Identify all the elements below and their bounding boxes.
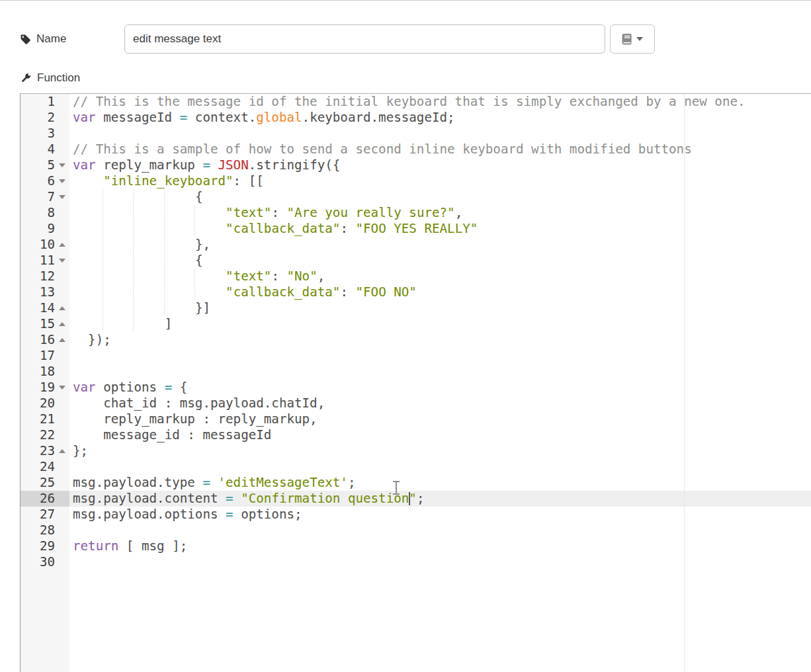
- code-line[interactable]: "callback_data": "FOO YES REALLY": [69, 221, 811, 237]
- fold-arrow-icon[interactable]: [59, 386, 65, 390]
- code-line[interactable]: chat_id : msg.payload.chatId,: [69, 396, 811, 411]
- gutter-cell[interactable]: 2: [21, 110, 69, 126]
- wrench-icon: [20, 72, 32, 84]
- fold-arrow-icon[interactable]: [59, 243, 65, 247]
- fold-arrow-icon[interactable]: [59, 306, 65, 310]
- line-number: 25: [21, 475, 55, 491]
- fold-arrow-icon[interactable]: [59, 338, 65, 342]
- function-label-group: Function: [20, 69, 80, 87]
- gutter-cell[interactable]: 23: [21, 443, 69, 459]
- gutter-cell[interactable]: 25: [21, 475, 69, 491]
- gutter-cell[interactable]: 9: [21, 221, 69, 237]
- gutter-cell[interactable]: 29: [21, 538, 69, 554]
- code-line[interactable]: "text": "No",: [69, 269, 811, 284]
- gutter-cell[interactable]: 21: [21, 411, 69, 427]
- gutter-cell[interactable]: 7: [21, 189, 69, 205]
- fold-widget[interactable]: [55, 386, 69, 390]
- line-number: 3: [21, 126, 55, 142]
- fold-widget[interactable]: [55, 338, 69, 342]
- code-line[interactable]: {: [69, 189, 811, 205]
- code-line[interactable]: return [ msg ];: [69, 538, 811, 554]
- code-line[interactable]: msg.payload.options = options;: [69, 507, 811, 523]
- gutter-cell[interactable]: 27: [21, 507, 69, 523]
- fold-widget[interactable]: [55, 259, 69, 263]
- gutter-cell[interactable]: 10: [21, 237, 69, 253]
- code-line[interactable]: {: [69, 253, 811, 269]
- code-line[interactable]: var messageId = context.global.keyboard.…: [69, 110, 811, 126]
- gutter-cell[interactable]: 13: [21, 284, 69, 300]
- line-number: 13: [21, 284, 55, 300]
- fold-widget[interactable]: [55, 163, 69, 167]
- code-line[interactable]: [69, 348, 811, 364]
- line-number: 20: [21, 396, 55, 411]
- mouse-cursor-ibeam: [393, 481, 400, 495]
- code-line[interactable]: "text": "Are you really sure?",: [69, 205, 811, 221]
- code-line[interactable]: };: [69, 443, 811, 459]
- gutter-cell[interactable]: 22: [21, 427, 69, 443]
- gutter-cell[interactable]: 8: [21, 205, 69, 221]
- fold-widget[interactable]: [55, 179, 69, 183]
- code-line[interactable]: [69, 554, 811, 570]
- code-line[interactable]: reply_markup : reply_markup,: [69, 411, 811, 427]
- name-label-group: Name: [20, 30, 66, 48]
- fold-arrow-icon[interactable]: [59, 322, 65, 326]
- code-line[interactable]: // This is a sample of how to send a sec…: [69, 142, 811, 157]
- fold-arrow-icon[interactable]: [59, 259, 65, 263]
- library-button[interactable]: [610, 24, 655, 54]
- gutter-cell[interactable]: 24: [21, 459, 69, 475]
- editor-text-area[interactable]: // This is the message id of the initial…: [69, 94, 811, 672]
- fold-widget[interactable]: [55, 449, 69, 453]
- fold-arrow-icon[interactable]: [59, 179, 65, 183]
- line-number: 9: [21, 221, 55, 237]
- gutter-cell[interactable]: 28: [21, 523, 69, 538]
- fold-arrow-icon[interactable]: [59, 195, 65, 199]
- gutter-cell[interactable]: 16: [21, 332, 69, 348]
- fold-widget[interactable]: [55, 322, 69, 326]
- fold-widget[interactable]: [55, 195, 69, 199]
- gutter-cell[interactable]: 15: [21, 316, 69, 332]
- editor-gutter[interactable]: 1234567891011121314151617181920212223242…: [21, 94, 69, 672]
- code-line[interactable]: "inline_keyboard": [[: [69, 173, 811, 189]
- code-line[interactable]: [69, 523, 811, 538]
- code-line[interactable]: "callback_data": "FOO NO": [69, 284, 811, 300]
- fold-widget[interactable]: [55, 243, 69, 247]
- gutter-cell[interactable]: 11: [21, 253, 69, 269]
- code-line[interactable]: message_id : messageId: [69, 427, 811, 443]
- gutter-cell[interactable]: 5: [21, 157, 69, 173]
- gutter-cell[interactable]: 20: [21, 396, 69, 411]
- gutter-cell[interactable]: 18: [21, 364, 69, 380]
- line-number: 8: [21, 205, 55, 221]
- line-number: 29: [21, 538, 55, 554]
- gutter-cell[interactable]: 3: [21, 126, 69, 142]
- code-line[interactable]: // This is the message id of the initial…: [69, 94, 811, 110]
- line-number: 4: [21, 142, 55, 157]
- code-line[interactable]: },: [69, 237, 811, 253]
- gutter-cell[interactable]: 14: [21, 300, 69, 316]
- gutter-cell[interactable]: 6: [21, 173, 69, 189]
- gutter-cell[interactable]: 12: [21, 269, 69, 284]
- code-line[interactable]: [69, 126, 811, 142]
- gutter-cell[interactable]: 26: [21, 491, 69, 507]
- gutter-cell[interactable]: 4: [21, 142, 69, 157]
- code-line[interactable]: });: [69, 332, 811, 348]
- line-number: 18: [21, 364, 55, 380]
- code-line[interactable]: }]: [69, 300, 811, 316]
- code-line[interactable]: var reply_markup = JSON.stringify({: [69, 157, 811, 173]
- code-editor[interactable]: 1234567891011121314151617181920212223242…: [20, 93, 811, 672]
- fold-arrow-icon[interactable]: [59, 449, 65, 453]
- code-line[interactable]: msg.payload.content = "Confirmation ques…: [69, 491, 811, 507]
- function-node-edit-panel: Name Function 12345678910111213141516171…: [0, 0, 811, 672]
- code-line[interactable]: ]: [69, 316, 811, 332]
- name-input[interactable]: [124, 24, 605, 54]
- code-line[interactable]: [69, 364, 811, 380]
- fold-arrow-icon[interactable]: [59, 163, 65, 167]
- gutter-cell[interactable]: 17: [21, 348, 69, 364]
- code-line[interactable]: msg.payload.type = 'editMessageText';: [69, 475, 811, 491]
- code-line[interactable]: var options = {: [69, 380, 811, 396]
- gutter-cell[interactable]: 1: [21, 94, 69, 110]
- fold-widget[interactable]: [55, 306, 69, 310]
- gutter-cell[interactable]: 19: [21, 380, 69, 396]
- gutter-cell[interactable]: 30: [21, 554, 69, 570]
- code-line[interactable]: [69, 459, 811, 475]
- line-number: 16: [21, 332, 55, 348]
